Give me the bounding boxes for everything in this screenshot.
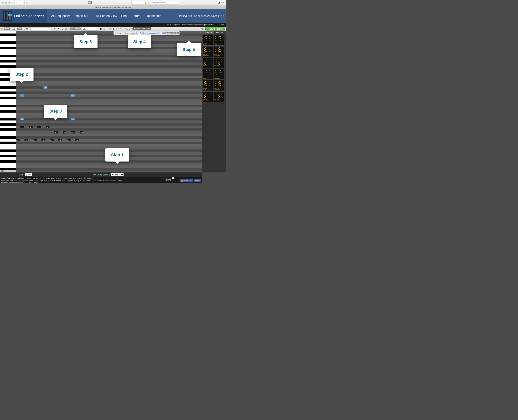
note[interactable]: D#3	[80, 131, 83, 134]
note[interactable]: F3	[46, 126, 50, 128]
tab-random[interactable]: Random	[202, 31, 214, 34]
select-icon[interactable]: ↖	[57, 27, 60, 30]
bpm-input[interactable]	[11, 27, 16, 30]
sequence-thumbnail[interactable]: 01/03/16181 NOTES	[202, 80, 213, 91]
bpm-label: BPM	[4, 28, 10, 30]
piano-roll[interactable]: G#4G4F#4F4E4D#4D4C#4C4B3A#3A3G#3G3F#3F3E…	[0, 31, 16, 172]
dropdown-icon[interactable]: ⌄	[103, 27, 106, 30]
note[interactable]: G#4	[44, 86, 47, 89]
nav-chat[interactable]: Chat	[121, 14, 128, 18]
new-sequence-button[interactable]: New Sequence	[205, 27, 225, 30]
nav-forward[interactable]: ›	[19, 1, 23, 4]
nav-all-sequences[interactable]: All Sequences	[51, 14, 70, 18]
author-1-link[interactable]: Jacob Morgan	[9, 182, 21, 183]
sequence-thumbnail[interactable]: 05/17/16276 NOTES	[214, 91, 224, 102]
browser-chrome: ‹ › ▥ ABP 🔒 onlinesequencer.net 🔊 ⟳	[0, 0, 226, 5]
cut-icon[interactable]: ✂	[108, 27, 111, 30]
nav-back[interactable]: ‹	[14, 1, 19, 4]
title-input[interactable]	[23, 27, 51, 30]
copy-icon[interactable]: ⧉	[112, 27, 115, 30]
footer-brand: OnlineSequencer.net	[1, 177, 20, 180]
nav-fullscreen[interactable]: Full Screen View	[95, 14, 117, 18]
fb-share-button[interactable]: Teilen	[194, 179, 201, 182]
note[interactable]: G#3	[20, 118, 24, 120]
note[interactable]: C3	[75, 139, 79, 141]
note[interactable]: C3	[24, 139, 28, 141]
sequence-thumbnail[interactable]: 07/21/15165 NOTES	[202, 69, 213, 79]
horizontal-scrollbar[interactable]	[0, 170, 16, 172]
note[interactable]: C3	[41, 139, 45, 141]
tab-popular[interactable]: Popular	[214, 31, 226, 34]
zoom-in-icon[interactable]: 🔎	[129, 27, 132, 30]
note[interactable]: C3	[16, 139, 20, 141]
note[interactable]: D#3	[63, 131, 67, 134]
url-text: onlinesequencer.net	[148, 1, 166, 4]
author-2-link[interactable]: George Burdell	[25, 182, 38, 183]
url-bar[interactable]: 🔒 onlinesequencer.net	[131, 1, 179, 5]
sequence-thumbnail[interactable]: 08/04/142041 NOTES	[214, 35, 224, 45]
note[interactable]: C3	[33, 139, 37, 141]
instrument-select[interactable]: Bass	[81, 27, 98, 30]
volume-tool-icon[interactable]: 🔊	[65, 27, 68, 30]
nav-forum[interactable]: Forum	[132, 14, 141, 18]
sequence-thumbnail[interactable]: 08/29/1523 NOTES	[214, 69, 224, 79]
note[interactable]: F4	[71, 94, 75, 97]
volume-control[interactable]: Volume	[160, 178, 175, 181]
status-bar: Grid: 1/4 Key (Auto Detect): A# Minor	[0, 172, 202, 177]
nav-import-midi[interactable]: Import MIDI	[74, 14, 90, 18]
pro-label: Professional sequencing software:	[182, 23, 214, 26]
pencil-icon[interactable]: ✎	[53, 27, 57, 30]
abp-icon[interactable]: ABP	[88, 1, 92, 4]
tutorial-callout: Step 1	[105, 148, 129, 162]
note[interactable]: C3	[67, 139, 71, 141]
sidebar-toggle-icon[interactable]: ▥	[24, 1, 29, 4]
tutorial-callout: Step 5	[177, 43, 201, 56]
paste-icon[interactable]: 📋	[116, 27, 119, 30]
sequence-thumbnail[interactable]: 01/09/1610 NOTES	[214, 80, 224, 91]
select-all-icon[interactable]: ▭	[119, 27, 123, 30]
auto-detect-link[interactable]: Auto Detect	[98, 173, 108, 176]
main-nav: All Sequences Import MIDI Full Screen Vi…	[51, 14, 161, 18]
sequence-thumbnail[interactable]: 04/11/15203 NOTES	[202, 58, 213, 68]
footer-desc: is an online music sequencer. Make tunes…	[20, 177, 93, 180]
sequence-thumbnail[interactable]: 06/29/1558 NOTES	[214, 58, 224, 68]
sequence-thumbnail[interactable]: 09/05/14328 NOTES	[202, 46, 213, 57]
close-icon[interactable]: ✕	[114, 32, 117, 34]
traffic-close[interactable]	[1, 1, 4, 4]
export-midi-button[interactable]: Export MIDI file	[165, 32, 179, 34]
sequence-thumbnail[interactable]: 01/08/1542 NOTES	[214, 46, 224, 57]
note[interactable]: F3	[29, 126, 33, 128]
refresh-icon[interactable]: ⟳	[222, 1, 224, 4]
nav-experiments[interactable]: Experiments	[145, 14, 161, 18]
zoom-out-icon[interactable]: 🔍	[125, 27, 128, 30]
erase-icon[interactable]: ⊘	[61, 27, 64, 30]
save-share-export-button[interactable]: Save/Share/Export	[133, 27, 151, 30]
fb-like-button[interactable]: 👍Gefällt mir	[180, 179, 193, 182]
bug-icon[interactable]: 👾	[201, 27, 204, 30]
account-bar: Login Register Professional sequencing s…	[0, 22, 226, 27]
right-sidebar: Random Popular 05/13/14403 NOTES08/04/14…	[202, 31, 226, 172]
note[interactable]: C3	[50, 139, 54, 141]
palette-icon[interactable]: ▦	[99, 27, 102, 30]
register-link[interactable]: Register	[173, 23, 180, 26]
login-link[interactable]: Login	[166, 23, 171, 26]
grid-select[interactable]: 1/4	[25, 173, 32, 176]
toolbar: BPM Title ✎ ↖ ⊘ 🔊 Instrument Bass ▦ ⌄ ✂ …	[0, 27, 226, 31]
note[interactable]: D#3	[54, 131, 58, 134]
logo[interactable]: Online Sequencer	[0, 9, 47, 22]
note[interactable]: F4	[20, 94, 24, 97]
note[interactable]: D#3	[71, 131, 75, 134]
traffic-max[interactable]	[8, 1, 11, 4]
key-select[interactable]: A# Minor	[111, 173, 124, 176]
note[interactable]: G#3	[71, 118, 75, 120]
footer: OnlineSequencer.net is an online music s…	[0, 177, 202, 183]
note[interactable]: F3	[20, 126, 24, 128]
note[interactable]: F3	[37, 126, 41, 128]
note[interactable]: C3	[58, 139, 62, 141]
sequence-thumbnail[interactable]: 05/13/14403 NOTES	[202, 35, 213, 45]
traffic-min[interactable]	[5, 1, 7, 4]
sequence-thumbnail[interactable]: 04/21/1649 NOTES	[202, 91, 213, 102]
play-button[interactable]	[1, 28, 3, 30]
sound-icon[interactable]: 🔊	[218, 1, 221, 4]
fl-studio-link[interactable]: FL Studio	[215, 23, 224, 26]
